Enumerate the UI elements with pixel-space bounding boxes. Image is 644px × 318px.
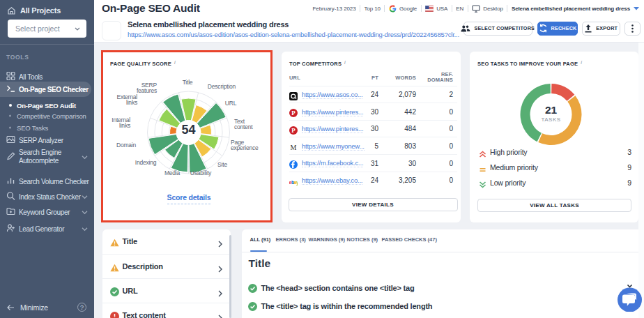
svg-text:y: y <box>296 180 298 186</box>
svg-text:P: P <box>291 109 296 116</box>
svg-text:P: P <box>291 127 296 134</box>
svg-text:M: M <box>291 144 297 151</box>
